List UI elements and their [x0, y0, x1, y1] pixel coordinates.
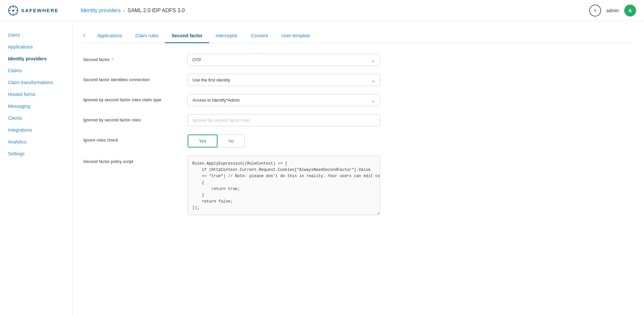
identities-connection-select-wrapper: Use the first identity Use the second id… [187, 74, 380, 86]
logo-text: SAFEWHERE [21, 8, 59, 13]
ignored-claim-type-select-wrapper: Access to Identify*Admin None ⌄ [187, 94, 380, 106]
close-button[interactable]: × [589, 5, 601, 16]
ignored-claim-type-control: Access to Identify*Admin None ⌄ [187, 94, 380, 106]
ignore-roles-check-label: Ignore roles check [83, 134, 182, 142]
toggle-yes-button[interactable]: Yes [188, 135, 217, 147]
breadcrumb-separator: › [123, 8, 125, 13]
form-row-second-factor: Second factor ? OTP None Email OTP ⌄ [83, 54, 380, 66]
ignored-roles-control [187, 114, 380, 126]
ignored-roles-input[interactable] [187, 114, 380, 126]
sidebar-item-settings[interactable]: Settings [0, 148, 72, 160]
identities-connection-select[interactable]: Use the first identity Use the second id… [187, 74, 380, 86]
tab-claim-rules[interactable]: Claim rules [129, 29, 165, 43]
tab-bar: ‹ Applications Claim rules Second factor… [83, 29, 633, 43]
form-row-ignored-roles: Ignored by second factor roles [83, 114, 380, 126]
tab-applications[interactable]: Applications [91, 29, 129, 43]
second-factor-help-icon[interactable]: ? [112, 57, 114, 62]
identities-connection-label: Second factor identities connection [83, 74, 182, 82]
ignored-claim-type-label: Ignored by second factor roles claim typ… [83, 94, 182, 102]
avatar: A [624, 5, 636, 16]
sidebar-item-clients[interactable]: Clients [0, 112, 72, 124]
form-row-ignored-claim-type: Ignored by second factor roles claim typ… [83, 94, 380, 106]
sidebar-item-analytics[interactable]: Analytics [0, 136, 72, 148]
policy-script-textarea[interactable]: Rules.ApplyExpression((RuleContext) => {… [187, 156, 380, 215]
sidebar-item-claim-transformations[interactable]: Claim transformations [0, 77, 72, 88]
form-row-ignore-roles-check: Ignore roles check Yes No [83, 134, 380, 148]
identities-connection-control: Use the first identity Use the second id… [187, 74, 380, 86]
main-content: ‹ Applications Claim rules Second factor… [73, 21, 644, 316]
toggle-no-button[interactable]: No [217, 135, 244, 147]
policy-script-control: Rules.ApplyExpression((RuleContext) => {… [187, 156, 380, 216]
ignored-claim-type-select[interactable]: Access to Identify*Admin None [187, 94, 380, 106]
sidebar-item-identity-providers[interactable]: Identity providers [0, 53, 72, 65]
ignore-roles-check-control: Yes No [187, 134, 380, 148]
second-factor-select-wrapper: OTP None Email OTP ⌄ [187, 54, 380, 66]
policy-script-label: Second factor policy script [83, 156, 182, 164]
form-section: Second factor ? OTP None Email OTP ⌄ [83, 54, 380, 216]
sidebar-item-users[interactable]: Users [0, 29, 72, 41]
sidebar-item-applications[interactable]: Applications [0, 41, 72, 53]
tab-consent[interactable]: Consent [244, 29, 274, 43]
sidebar-item-hosted-forms[interactable]: Hosted forms [0, 88, 72, 100]
tab-interceptor[interactable]: Interceptor [209, 29, 244, 43]
breadcrumb-parent[interactable]: Identity providers [80, 8, 121, 14]
sidebar-item-claims[interactable]: Claims [0, 65, 72, 77]
form-row-identities-connection: Second factor identities connection Use … [83, 74, 380, 86]
ignore-roles-toggle-group: Yes No [187, 134, 245, 148]
sidebar-item-integrations[interactable]: Integrations [0, 124, 72, 136]
back-button[interactable]: ‹ [83, 31, 91, 41]
admin-label: admin [606, 8, 619, 13]
logo-area: SAFEWHERE [8, 5, 80, 16]
header: SAFEWHERE Identity providers › SAML 2.0 … [0, 0, 644, 21]
header-right: × admin A [589, 5, 636, 16]
second-factor-label: Second factor ? [83, 54, 182, 62]
form-row-policy-script: Second factor policy script Rules.ApplyE… [83, 156, 380, 216]
ignored-roles-label: Ignored by second factor roles [83, 114, 182, 122]
breadcrumb: Identity providers › SAML 2.0 IDP ADFS 3… [80, 8, 589, 14]
main-layout: Users Applications Identity providers Cl… [0, 21, 644, 316]
sidebar: Users Applications Identity providers Cl… [0, 21, 73, 316]
safewhere-logo-icon [8, 5, 18, 16]
tab-user-template[interactable]: User template [275, 29, 317, 43]
second-factor-control: OTP None Email OTP ⌄ [187, 54, 380, 66]
sidebar-item-messaging[interactable]: Messaging [0, 100, 72, 112]
svg-point-1 [12, 10, 14, 12]
close-icon: × [594, 8, 596, 14]
breadcrumb-current: SAML 2.0 IDP ADFS 3.0 [128, 8, 185, 14]
second-factor-select[interactable]: OTP None Email OTP [187, 54, 380, 66]
tab-second-factor[interactable]: Second factor [165, 29, 209, 43]
